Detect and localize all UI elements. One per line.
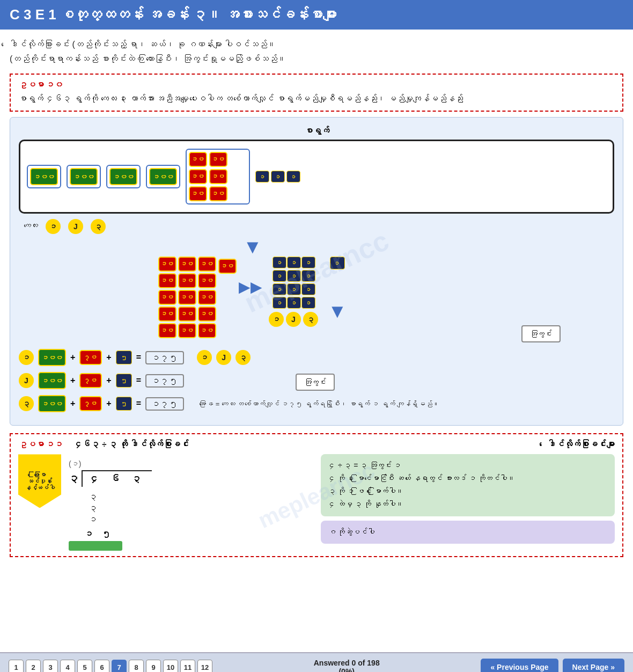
eq-tile-5-3: ၅ [116,397,132,411]
tile-1: ၁ [287,283,301,295]
answered-count: Answered 0 of 198 [314,659,380,667]
red-groups: ၁၀ ၁၀ ၁၀ ၁၀ ၁၀ ၁၀ ၁၀ ၁၀ ၁၀ ၁၀ ၁၀ ၁၀ ၁၀ ၁… [158,257,347,338]
page-btn-2[interactable]: 2 [26,660,41,672]
arrow-down-right: ▼ [328,302,347,321]
tile-10: ၁၀ [158,306,176,322]
step-2: ၄ ကို ၃ မြောင်မောင်ပြီး ဆယ် နေရာတွင် စား… [328,472,607,485]
single-dark-section: ၁ ▼ [328,257,347,321]
division-work-table: ၃ ၃ ၁ [85,491,119,525]
work-cell: ၁ [85,514,102,525]
ex11-left: ဖြေပြော သင်ပုန်း နှင့်ယပ်ပါ (၁) ၃ ၄ ၆ ၃ [18,454,312,551]
intro-text: ဒေါင်လိုက်စားခြင်း (တည်ကိုင်းသည့် ရာ၊ ဆယ… [10,37,623,66]
tile-100: ၁၀၀ [30,168,58,185]
tile-1: ၁ [286,171,300,182]
example11-box: meplearncc ဥပမာ ၁၁ ၄၆၃ ÷ ၃ ကို ဒေါင်လိုက… [10,433,623,557]
example11-header: ဥပမာ ၁၁ ၄၆၃ ÷ ၃ ကို ဒေါင်လိုက်စားခြင်း ဒ… [18,440,615,449]
example10-question: စာရွက် ၄၆၃ ရွက်ကို ကလေး ၃ ယောက်အား အညီအမ… [18,92,615,105]
work-cell: ၃ [85,491,102,502]
intro-line1: ဒေါင်လိုက်စားခြင်း (တည်ကိုင်းသည့် ရာ၊ ဆယ… [10,37,623,52]
page-btn-3[interactable]: 3 [43,660,58,672]
circle-eq-1: ၁ [197,350,212,365]
work-cell: ၃ [85,502,102,514]
page-btn-5[interactable]: 5 [77,660,92,672]
eq-tile-5-1: ၅ [116,350,132,364]
example10-label: ဥပမာ ၁၀ [18,80,615,89]
eq-tile-100-3: ၁၀၀ [38,395,66,412]
eq-result-2: ၁၇၅ [145,374,184,388]
tile-10: ၁၀ [158,323,176,338]
tiles-container: ၁၀၀ ၁၀၀ ၁၀၀ ၁၀၀ ၁၀ ၁၀ ၁၀ ၁၀ ၁၀ ၁၀ [19,140,614,214]
nav-buttons: « Previous Page Next Page » [481,659,624,672]
diagram-title: စာရွက် [19,126,614,135]
example10-box: ဥပမာ ၁၀ စာရွက် ၄၆၃ ရွက်ကို ကလေး ၃ ယောက်အ… [10,74,623,112]
bottom-num2: ၅ [102,529,111,539]
eq-tile-100-1: ၁၀၀ [38,349,66,366]
tile-1-single: ၁ [330,257,345,269]
tile-10: ၁၀ [178,323,196,338]
page-title: C 3 E 1 စတုတ္ထတန်း အခန်း ၃။ အစားသင်ခန်းစ… [10,6,337,23]
tile-10: ၁၀ [189,152,207,167]
example11-label: ဥပမာ ၁၁ [18,440,63,449]
tile-1: ၁ [255,171,269,182]
circle-eq-j: J [216,350,231,365]
page-btn-7[interactable]: 7 [112,660,127,672]
working-area: ၃ ၃ ၁ [69,491,152,539]
step-4: ၄ ထဲမှ ၃ ကို နုတ်ပါ။ [328,498,607,511]
dark-grid-section: ၁ ၁ ၁ ၁ ၁ ၁ ၁ ၁ ၁ ၁ ၁ ၁ [269,257,318,327]
eq-circle-3: ၃ [19,396,34,411]
kaloe-label: ကလေး [24,221,38,230]
long-division: ၃ ၄ ၆ ၃ [69,470,152,487]
plus2-2: + [106,376,111,385]
next-page-button[interactable]: Next Page » [563,659,624,672]
ex11-right-wrapper: ၄ ÷ ၃ = ၃ အကြွင်း ၁ ၄ ကို ၃ မြောင်မောင်ပ… [321,454,615,551]
group-1s: ၁ ၁ ၁ [255,171,300,182]
work-cell [111,502,119,514]
answered-percent: (0%) [314,667,380,672]
plus2-3: + [106,399,111,408]
page-btn-6[interactable]: 6 [94,660,109,672]
page-btn-10[interactable]: 10 [163,660,178,672]
tile-1: ၁ [287,257,301,268]
arrow-right: ▶▶ [239,278,262,296]
tile-10: ၁၀ [189,186,207,201]
plus1-2: + [70,376,75,385]
work-cell [111,491,119,502]
tile-10: ၁၀ [198,257,216,272]
tile-100: ၁၀၀ [70,168,98,185]
prev-page-button[interactable]: « Previous Page [481,659,558,672]
tile-10: ၁၀ [209,186,227,201]
kaloe-row: ကလေး ၁ J ၃ [24,219,614,234]
akyant-inline: အကြွင်း [296,374,335,391]
main-content: ဒေါင်လိုက်စားခြင်း (တည်ကိုင်းသည့် ရာ၊ ဆယ… [0,30,633,652]
tile-10: ၁၀ [178,306,196,322]
page-nums: 1 2 3 4 5 6 7 8 9 10 11 12 [9,660,212,672]
page-btn-11[interactable]: 11 [180,660,195,672]
tile-1: ၁ [301,283,315,295]
tile-100: ၁၀၀ [109,168,137,185]
lavender-text: ဂ ကိုဆွဲပင်ပါ [328,528,375,536]
diagram-area: meplearncc စာရွက် ၁၀၀ ၁၀၀ ၁၀၀ ၁၀၀ ၁၀ ၁၀ … [10,117,623,426]
page-btn-12[interactable]: 12 [197,660,212,672]
work-cell [111,514,119,525]
tile-10: ၁၀ [158,273,176,288]
plus1-1: + [70,353,75,362]
akyant-box: အကြွင်း [521,325,561,342]
tile-10: ၁၀ [158,257,176,272]
eq-section: ၁ ၁၀၀ + ၇၀ + ၅ = ၁၇၅ ၁ J ၃ J ၁၀၀ + ၇၀ [19,349,614,412]
intro-line2: (တည်ကိုင်းရာရာကန်းသည် စားကိုင်းထဲက ကြားန… [10,52,623,66]
tile-10: ၁၀ [178,273,196,288]
tile-1: ၁ [273,270,286,282]
tile-10: ၁၀ [198,323,216,338]
page-btn-8[interactable]: 8 [129,660,144,672]
page-btn-9[interactable]: 9 [146,660,161,672]
yellow-shape: ဖြေပြော သင်ပုန်း နှင့်ယပ်ပါ [18,454,61,508]
eq-tile-70-3: ၇၀ [79,396,102,411]
page-btn-1[interactable]: 1 [9,660,24,672]
group-100-2: ၁၀၀ [67,165,101,188]
page-btn-4[interactable]: 4 [60,660,75,672]
ex11-right: ၄ ÷ ၃ = ၃ အကြွင်း ၁ ၄ ကို ၃ မြောင်မောင်ပ… [321,454,615,516]
divisor: ၃ [69,472,82,485]
red-grid: ၁၀ ၁၀ ၁၀ ၁၀ ၁၀ ၁၀ ၁၀ ၁၀ ၁၀ ၁၀ ၁၀ ၁၀ ၁၀ ၁… [158,257,216,338]
tile-1: ၁ [273,297,286,309]
eq-tile-70-2: ၇၀ [79,373,102,388]
